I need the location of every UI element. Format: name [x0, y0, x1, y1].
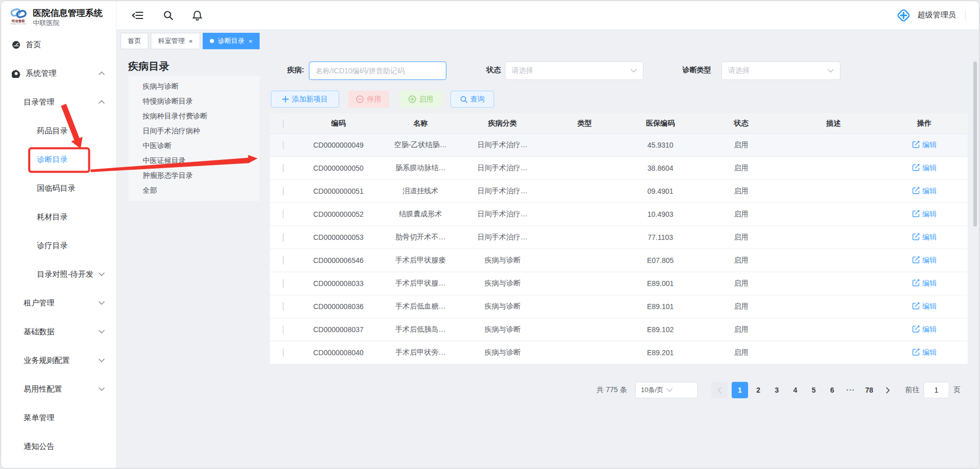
directory-item-6[interactable]: 中医证候目录 — [128, 153, 260, 168]
directory-item-7[interactable]: 肿瘤形态学目录 — [128, 168, 260, 183]
edit-icon — [912, 279, 920, 288]
edit-button[interactable]: 编辑 — [912, 187, 937, 196]
chevron-down-icon — [99, 387, 105, 391]
row-checkbox[interactable] — [283, 164, 284, 172]
edit-label: 编辑 — [923, 302, 937, 311]
diagnosis-type-select[interactable]: 请选择 — [721, 62, 840, 80]
sidebar-item-8[interactable]: 诊疗目录 — [1, 231, 116, 260]
edit-label: 编辑 — [923, 256, 937, 265]
edit-button[interactable]: 编辑 — [912, 302, 937, 311]
status-select[interactable]: 请选择 — [505, 62, 643, 80]
goto-page-input[interactable] — [924, 382, 949, 398]
tab-3[interactable]: 诊断目录× — [203, 33, 260, 49]
bell-icon[interactable] — [188, 7, 206, 24]
directory-item-5[interactable]: 中医诊断 — [128, 138, 260, 153]
page-size-select[interactable]: 10条/页 — [635, 382, 698, 398]
user-menu[interactable]: 超级管理员 — [896, 8, 966, 23]
column-header: 编码 — [296, 119, 381, 128]
chevron-down-icon — [99, 301, 105, 305]
add-item-label: 添加新项目 — [292, 95, 328, 104]
directory-item-4[interactable]: 日间手术治疗病种 — [128, 124, 260, 138]
cell-name: 手术后甲状腺瘘 — [381, 256, 460, 265]
edit-button[interactable]: 编辑 — [912, 279, 937, 288]
sidebar-item-15[interactable]: 通知公告 — [1, 432, 116, 461]
hospital-name: 中联医院 — [33, 18, 103, 27]
cell-code: CD0000008037 — [296, 325, 381, 334]
row-checkbox[interactable] — [283, 233, 284, 241]
sidebar-item-12[interactable]: 业务规则配置 — [1, 346, 116, 375]
sidebar-item-9[interactable]: 目录对照-待开发 — [1, 260, 116, 289]
type-select-placeholder: 请选择 — [728, 66, 828, 75]
edit-button[interactable]: 编辑 — [912, 325, 937, 334]
directory-item-1[interactable]: 疾病与诊断 — [128, 79, 260, 94]
page-button-1[interactable]: 1 — [732, 382, 748, 398]
disable-button[interactable]: 停用 — [348, 91, 389, 108]
query-button[interactable]: 查询 — [450, 91, 494, 108]
tab-2[interactable]: 科室管理× — [151, 33, 200, 49]
sidebar-item-1[interactable]: 首页 — [1, 30, 116, 59]
sidebar-item-label: 系统管理 — [26, 69, 56, 78]
edit-button[interactable]: 编辑 — [912, 210, 937, 219]
sidebar-item-13[interactable]: 易用性配置 — [1, 375, 116, 403]
sidebar-item-6[interactable]: 国临码目录 — [1, 174, 116, 202]
search-icon[interactable] — [160, 7, 177, 24]
disease-search-input[interactable] — [309, 62, 446, 80]
row-checkbox[interactable] — [283, 256, 284, 264]
sidebar-item-14[interactable]: 菜单管理 — [1, 403, 116, 432]
cell-status: 启用 — [696, 210, 786, 219]
directory-item-2[interactable]: 特慢病诊断目录 — [128, 94, 260, 109]
vertical-scrollbar[interactable] — [973, 62, 977, 227]
select-all-checkbox[interactable] — [283, 119, 284, 128]
close-icon[interactable]: × — [249, 38, 253, 45]
row-checkbox[interactable] — [283, 279, 284, 288]
page-button-78[interactable]: 78 — [861, 382, 877, 398]
row-checkbox[interactable] — [283, 302, 284, 311]
next-page-button[interactable] — [879, 382, 896, 398]
sidebar-item-7[interactable]: 耗材目录 — [1, 202, 116, 231]
edit-button[interactable]: 编辑 — [912, 256, 937, 265]
edit-button[interactable]: 编辑 — [912, 233, 937, 242]
edit-button[interactable]: 编辑 — [912, 348, 937, 357]
table-row-4: CD0000000052结膜囊成形术日间手术治疗…10.4903启用编辑 — [270, 203, 968, 226]
sidebar-item-10[interactable]: 租户管理 — [1, 289, 116, 317]
edit-button[interactable]: 编辑 — [912, 140, 937, 150]
cell-name: 结膜囊成形术 — [381, 210, 460, 219]
page-size-value: 10条/页 — [641, 385, 667, 395]
cell-name: 手术后甲状旁… — [381, 348, 460, 357]
row-checkbox[interactable] — [283, 349, 284, 357]
sidebar-item-11[interactable]: 基础数据 — [1, 317, 116, 346]
close-icon[interactable]: × — [189, 38, 193, 45]
chevron-down-icon — [99, 272, 105, 276]
menu-fold-icon[interactable] — [129, 7, 146, 24]
page-button-4[interactable]: 4 — [787, 382, 803, 398]
page-button-6[interactable]: 6 — [824, 382, 840, 398]
sidebar-item-2[interactable]: 系统管理 — [1, 59, 116, 88]
enable-button[interactable]: 启用 — [399, 91, 442, 108]
sidebar-item-label: 目录管理 — [24, 97, 54, 107]
row-checkbox[interactable] — [283, 210, 284, 218]
chevron-down-icon — [667, 388, 692, 392]
main-content: 首页科室管理×诊断目录× 疾病目录 疾病与诊断特慢病诊断目录按病种目录付费诊断日… — [116, 30, 979, 468]
diagnosis-table: 编码名称疾病分类类型医保编码状态描述操作CD0000000049空肠-乙状结肠…… — [270, 113, 968, 364]
pagination-ellipsis[interactable]: ··· — [842, 382, 859, 398]
directory-item-8[interactable]: 全部 — [128, 183, 260, 198]
row-checkbox[interactable] — [283, 141, 284, 149]
sidebar-item-3[interactable]: 目录管理 — [1, 88, 116, 116]
cell-name: 肠系膜动脉结… — [381, 164, 460, 173]
edit-label: 编辑 — [923, 279, 937, 288]
prev-page-button[interactable] — [711, 382, 728, 398]
directory-item-3[interactable]: 按病种目录付费诊断 — [128, 109, 260, 124]
table-header-row: 编码名称疾病分类类型医保编码状态描述操作 — [270, 113, 968, 134]
page-button-2[interactable]: 2 — [750, 382, 767, 398]
edit-button[interactable]: 编辑 — [912, 164, 937, 173]
sidebar-item-label: 药品目录 — [37, 126, 68, 136]
tab-1[interactable]: 首页 — [121, 33, 148, 49]
column-header: 描述 — [786, 119, 881, 128]
sidebar-item-4[interactable]: 药品目录 — [1, 116, 116, 145]
add-item-button[interactable]: 添加新项目 — [271, 91, 339, 108]
row-checkbox[interactable] — [283, 187, 284, 195]
sidebar-item-5[interactable]: 诊断目录 — [1, 145, 116, 174]
row-checkbox[interactable] — [283, 325, 284, 334]
page-button-3[interactable]: 3 — [769, 382, 785, 398]
page-button-5[interactable]: 5 — [806, 382, 822, 398]
